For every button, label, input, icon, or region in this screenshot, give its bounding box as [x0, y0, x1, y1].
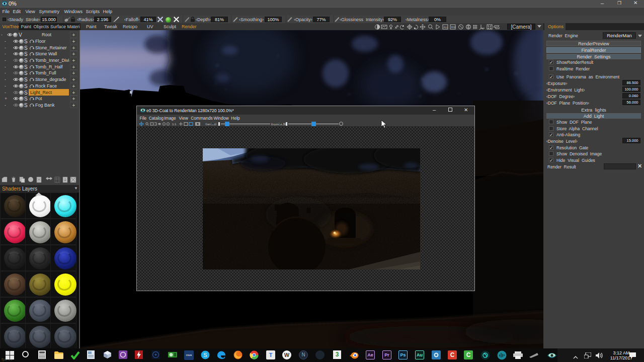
- svg-text:ALL: ALL: [444, 26, 448, 29]
- svg-text:S: S: [203, 352, 207, 358]
- svg-text:1:1: 1:1: [172, 123, 177, 126]
- svg-text:RIM: RIM: [451, 26, 456, 29]
